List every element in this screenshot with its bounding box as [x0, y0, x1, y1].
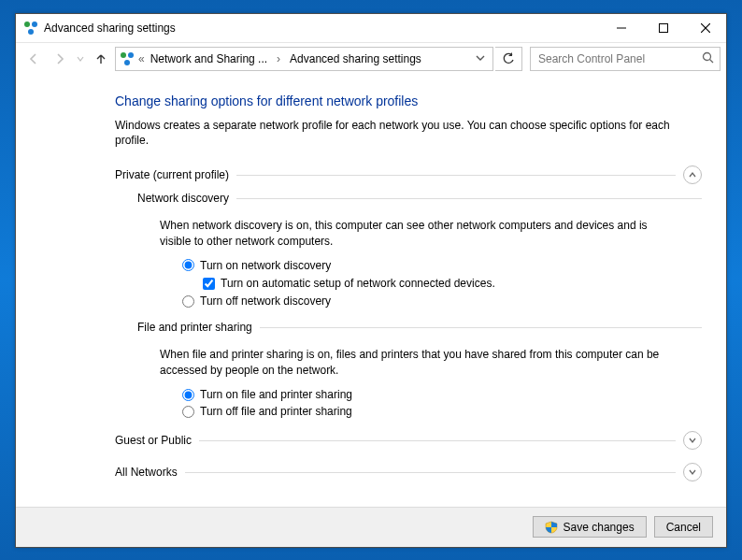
- search-input[interactable]: [536, 51, 680, 66]
- svg-point-0: [24, 22, 30, 27]
- divider: [185, 472, 676, 473]
- maximize-button[interactable]: [642, 14, 684, 42]
- breadcrumb-item[interactable]: Network and Sharing ...: [149, 52, 269, 65]
- sharing-icon: [23, 21, 38, 36]
- minimize-button[interactable]: [600, 14, 642, 42]
- svg-point-9: [124, 60, 130, 65]
- radio-label: Turn off file and printer sharing: [200, 405, 352, 418]
- address-bar[interactable]: « Network and Sharing ... › Advanced sha…: [115, 47, 493, 71]
- file-printer-options: Turn on file and printer sharing Turn of…: [182, 388, 702, 418]
- radio-input[interactable]: [182, 389, 194, 401]
- svg-point-7: [121, 52, 126, 58]
- close-button[interactable]: [684, 14, 726, 42]
- section-guest[interactable]: Guest or Public: [115, 431, 702, 450]
- refresh-button[interactable]: [495, 47, 522, 71]
- sharing-icon: [120, 51, 135, 66]
- history-chevrons-icon[interactable]: «: [138, 52, 145, 65]
- subsection-title: File and printer sharing: [137, 321, 252, 334]
- cancel-button[interactable]: Cancel: [654, 516, 713, 538]
- chevron-down-icon[interactable]: [683, 463, 702, 481]
- forward-button[interactable]: [48, 47, 72, 71]
- window: Advanced sharing settings: [15, 13, 727, 548]
- section-label: All Networks: [115, 466, 178, 479]
- subsection-title: Network discovery: [137, 192, 229, 205]
- divider: [260, 327, 702, 328]
- network-discovery-options: Turn on network discovery Turn on automa…: [182, 259, 702, 309]
- checkbox-nd-auto[interactable]: Turn on automatic setup of network conne…: [203, 276, 702, 292]
- footer: Save changes Cancel: [16, 507, 726, 547]
- svg-line-11: [710, 59, 714, 63]
- section-label: Private (current profile): [115, 168, 229, 181]
- svg-point-10: [704, 52, 711, 60]
- svg-rect-4: [659, 23, 667, 32]
- divider: [236, 198, 702, 199]
- content-area: Change sharing options for different net…: [16, 75, 726, 507]
- back-button[interactable]: [21, 47, 46, 71]
- radio-nd-on[interactable]: Turn on network discovery: [182, 259, 702, 272]
- section-all-networks[interactable]: All Networks: [115, 463, 702, 481]
- file-printer-desc: When file and printer sharing is on, fil…: [160, 347, 664, 379]
- svg-point-2: [28, 29, 34, 35]
- address-dropdown-icon[interactable]: [472, 52, 489, 65]
- radio-label: Turn on file and printer sharing: [200, 388, 352, 401]
- page-heading: Change sharing options for different net…: [115, 93, 702, 108]
- radio-fp-on[interactable]: Turn on file and printer sharing: [182, 388, 702, 401]
- chevron-up-icon[interactable]: [683, 165, 702, 184]
- breadcrumb-separator-icon[interactable]: ›: [273, 52, 284, 65]
- radio-label: Turn off network discovery: [200, 294, 331, 308]
- svg-point-1: [32, 22, 37, 27]
- checkbox-input[interactable]: [203, 278, 215, 290]
- save-button[interactable]: Save changes: [533, 516, 647, 538]
- radio-input[interactable]: [182, 406, 194, 418]
- radio-input[interactable]: [182, 295, 194, 308]
- breadcrumb-item[interactable]: Advanced sharing settings: [288, 52, 423, 65]
- section-private[interactable]: Private (current profile): [115, 165, 702, 184]
- divider: [236, 175, 676, 176]
- subsection-file-printer: File and printer sharing: [137, 321, 702, 334]
- radio-nd-off[interactable]: Turn off network discovery: [182, 294, 702, 308]
- shield-icon: [545, 521, 558, 534]
- search-box[interactable]: [530, 47, 721, 71]
- subsection-network-discovery: Network discovery: [137, 192, 702, 205]
- titlebar: Advanced sharing settings: [16, 14, 726, 43]
- chevron-down-icon[interactable]: [683, 431, 702, 450]
- radio-input[interactable]: [182, 259, 194, 271]
- page-intro: Windows creates a separate network profi…: [115, 118, 676, 150]
- radio-fp-off[interactable]: Turn off file and printer sharing: [182, 405, 702, 418]
- checkbox-label: Turn on automatic setup of network conne…: [221, 276, 495, 292]
- button-label: Save changes: [564, 521, 635, 534]
- button-label: Cancel: [666, 521, 701, 534]
- svg-point-8: [128, 52, 134, 58]
- up-button[interactable]: [89, 47, 113, 71]
- window-title: Advanced sharing settings: [44, 22, 176, 35]
- navbar: « Network and Sharing ... › Advanced sha…: [16, 43, 726, 75]
- section-label: Guest or Public: [115, 434, 192, 447]
- radio-label: Turn on network discovery: [200, 259, 331, 272]
- divider: [199, 440, 676, 441]
- search-icon[interactable]: [702, 51, 714, 66]
- network-discovery-desc: When network discovery is on, this compu…: [160, 218, 664, 250]
- recent-dropdown[interactable]: [74, 47, 87, 71]
